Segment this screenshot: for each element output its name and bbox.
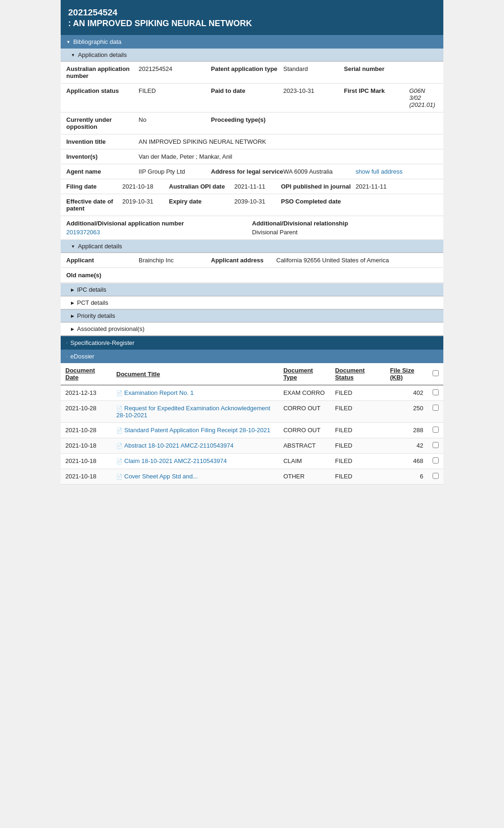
dot-icon: · bbox=[66, 340, 68, 345]
doc-checkbox[interactable] bbox=[433, 457, 439, 463]
priority-details-label: Priority details bbox=[77, 312, 115, 319]
col-doc-type: Document Type bbox=[279, 363, 330, 385]
expiry-date-label: Expiry date bbox=[169, 198, 234, 205]
add-div-number-value[interactable]: 2019372063 bbox=[66, 229, 252, 236]
doc-checkbox[interactable] bbox=[433, 427, 439, 433]
paid-to-date-value: 2023-10-31 bbox=[283, 87, 344, 94]
col-doc-status: Document Status bbox=[330, 363, 385, 385]
currently-under-opp-value: No bbox=[139, 116, 211, 123]
doc-title[interactable]: 📄Examination Report No. 1 bbox=[112, 385, 279, 401]
row-opposition: Currently under opposition No Proceeding… bbox=[61, 112, 443, 134]
add-div-rel-label: Additional/Divisional relationship bbox=[252, 220, 438, 227]
priority-details-bar[interactable]: ▶ Priority details bbox=[61, 309, 443, 323]
dot-icon-2: · bbox=[66, 354, 68, 359]
doc-title[interactable]: 📄Cover Sheet App Std and... bbox=[112, 469, 279, 484]
edossier-bar[interactable]: · eDossier bbox=[61, 350, 443, 363]
doc-title[interactable]: 📄Abstract 18-10-2021 AMCZ-2110543974 bbox=[112, 438, 279, 454]
doc-icon: 📄 bbox=[116, 458, 123, 464]
proceeding-types-label: Proceeding type(s) bbox=[211, 116, 283, 123]
doc-size: 42 bbox=[385, 438, 428, 454]
add-div-number-label: Additional/Divisional application number bbox=[66, 220, 252, 227]
doc-checkbox-cell[interactable] bbox=[428, 469, 443, 484]
specification-label: Specification/e-Register bbox=[70, 339, 134, 346]
application-details-label: Application details bbox=[78, 51, 127, 58]
doc-date: 2021-10-18 bbox=[61, 454, 112, 469]
add-div-rel-value: Divisional Parent bbox=[252, 229, 438, 236]
app-details-section: Australian application number 2021254524… bbox=[61, 62, 443, 240]
doc-checkbox[interactable] bbox=[433, 473, 439, 479]
doc-status: FILED bbox=[330, 385, 385, 401]
doc-checkbox[interactable] bbox=[433, 405, 439, 411]
arrow-right-icon-ipc: ▶ bbox=[71, 288, 74, 292]
table-row: 2021-10-18📄Abstract 18-10-2021 AMCZ-2110… bbox=[61, 438, 443, 454]
applicant-label: Applicant bbox=[66, 257, 139, 264]
doc-checkbox-cell[interactable] bbox=[428, 438, 443, 454]
bibliographic-data-label: Bibliographic data bbox=[73, 38, 121, 45]
arrow-right-icon-pct: ▶ bbox=[71, 301, 74, 305]
expiry-date-value: 2039-10-31 bbox=[234, 198, 281, 205]
old-names-label: Old name(s) bbox=[66, 272, 101, 279]
row-divisional: Additional/Divisional application number… bbox=[61, 216, 443, 240]
arrow-down-icon-3: ▼ bbox=[71, 244, 75, 249]
pct-details-bar[interactable]: ▶ PCT details bbox=[61, 296, 443, 309]
table-header-row: Document Date Document Title Document Ty… bbox=[61, 363, 443, 385]
doc-icon: 📄 bbox=[116, 443, 123, 449]
header-title: : AN IMPROVED SPIKING NEURAL NETWORK bbox=[68, 19, 436, 28]
invention-title-label: Invention title bbox=[66, 138, 139, 145]
associated-provisionals-label: Associated provisional(s) bbox=[77, 325, 145, 332]
doc-status: FILED bbox=[330, 401, 385, 423]
col-checkbox-header[interactable] bbox=[428, 363, 443, 385]
doc-type: CORRO OUT bbox=[279, 423, 330, 438]
doc-type: EXAM CORRO bbox=[279, 385, 330, 401]
table-row: 2021-10-28📄Request for Expedited Examina… bbox=[61, 401, 443, 423]
doc-icon: 📄 bbox=[116, 406, 123, 411]
ipc-details-label: IPC details bbox=[77, 286, 106, 293]
arrow-right-icon-prov: ▶ bbox=[71, 327, 74, 331]
show-full-address-link[interactable]: show full address bbox=[356, 168, 438, 175]
ipc-details-bar[interactable]: ▶ IPC details bbox=[61, 283, 443, 296]
doc-size: 402 bbox=[385, 385, 428, 401]
doc-date: 2021-12-13 bbox=[61, 385, 112, 401]
doc-type: CLAIM bbox=[279, 454, 330, 469]
address-legal-label: Address for legal service bbox=[211, 168, 283, 175]
doc-type: OTHER bbox=[279, 469, 330, 484]
table-row: 2021-10-18📄Claim 18-10-2021 AMCZ-2110543… bbox=[61, 454, 443, 469]
header: 2021254524 : AN IMPROVED SPIKING NEURAL … bbox=[61, 0, 443, 35]
row-filing-dates: Filing date 2021-10-18 Australian OPI da… bbox=[61, 179, 443, 194]
applicant-address-label: Applicant address bbox=[211, 257, 276, 264]
applicant-details-bar[interactable]: ▼ Applicant details bbox=[61, 240, 443, 253]
applicant-address-value: California 92656 United States of Americ… bbox=[276, 257, 438, 264]
currently-under-opp-label: Currently under opposition bbox=[66, 116, 139, 130]
doc-checkbox-cell[interactable] bbox=[428, 385, 443, 401]
arrow-down-icon-2: ▼ bbox=[71, 53, 75, 57]
application-details-bar[interactable]: ▼ Application details bbox=[61, 49, 443, 62]
doc-checkbox-cell[interactable] bbox=[428, 401, 443, 423]
table-row: 2021-12-13📄Examination Report No. 1EXAM … bbox=[61, 385, 443, 401]
associated-provisionals-bar[interactable]: ▶ Associated provisional(s) bbox=[61, 323, 443, 336]
filing-date-label: Filing date bbox=[66, 183, 122, 190]
aus-opi-date-label: Australian OPI date bbox=[169, 183, 234, 190]
bibliographic-data-bar[interactable]: ▼ Bibliographic data bbox=[61, 35, 443, 49]
doc-type: ABSTRACT bbox=[279, 438, 330, 454]
doc-checkbox-cell[interactable] bbox=[428, 454, 443, 469]
col-file-size: File Size (KB) bbox=[385, 363, 428, 385]
invention-title-value: AN IMPROVED SPIKING NEURAL NETWORK bbox=[139, 138, 438, 145]
doc-date: 2021-10-28 bbox=[61, 401, 112, 423]
doc-checkbox[interactable] bbox=[433, 389, 439, 395]
select-all-checkbox[interactable] bbox=[433, 370, 439, 376]
doc-title[interactable]: 📄Request for Expedited Examination Ackno… bbox=[112, 401, 279, 423]
doc-title[interactable]: 📄Claim 18-10-2021 AMCZ-2110543974 bbox=[112, 454, 279, 469]
row-applicant: Applicant Brainchip Inc Applicant addres… bbox=[61, 253, 443, 268]
app-status-value: FILED bbox=[139, 87, 211, 94]
doc-icon: 📄 bbox=[116, 390, 123, 396]
doc-size: 288 bbox=[385, 423, 428, 438]
edossier-section: Document Date Document Title Document Ty… bbox=[61, 363, 443, 484]
arrow-down-icon: ▼ bbox=[66, 40, 70, 44]
doc-checkbox-cell[interactable] bbox=[428, 423, 443, 438]
first-ipc-mark-value: G06N 3/02 (2021.01) bbox=[409, 87, 438, 108]
doc-title[interactable]: 📄Standard Patent Application Filing Rece… bbox=[112, 423, 279, 438]
doc-checkbox[interactable] bbox=[433, 442, 439, 448]
specification-bar[interactable]: · Specification/e-Register bbox=[61, 336, 443, 350]
aus-app-number-label: Australian application number bbox=[66, 65, 139, 79]
effective-date-value: 2019-10-31 bbox=[122, 198, 169, 205]
